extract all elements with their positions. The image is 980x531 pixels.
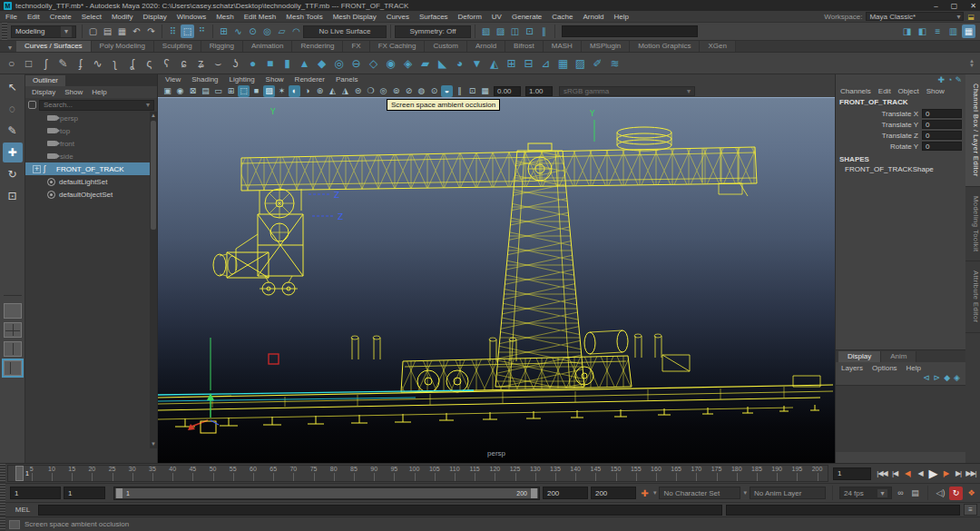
menu-mesh-display[interactable]: Mesh Display	[333, 13, 377, 21]
shelf-tab-mash[interactable]: MASH	[544, 41, 582, 52]
layers-menu-options[interactable]: Options	[872, 364, 897, 372]
shelf-tab-curves-surfaces[interactable]: Curves / Surfaces	[16, 41, 92, 52]
revolve-icon[interactable]: ⊖	[348, 55, 364, 72]
attribute-name[interactable]: Translate X	[881, 110, 918, 118]
exposure-icon[interactable]: ⊘	[403, 85, 415, 97]
project-curve-icon[interactable]: ▦	[555, 55, 571, 72]
playback-loop-icon[interactable]: ∞	[895, 488, 906, 497]
help-line-grip[interactable]	[0, 517, 5, 531]
motion-blur-icon[interactable]: ∥	[454, 85, 466, 97]
menu-generate[interactable]: Generate	[512, 13, 542, 21]
ipr-render-icon[interactable]: ◫	[508, 25, 522, 38]
xray-icon[interactable]: ◎	[377, 85, 389, 97]
layers-menu-help[interactable]: Help	[906, 364, 921, 372]
two-pane-layout[interactable]	[4, 341, 22, 357]
menu-cache[interactable]: Cache	[552, 13, 573, 21]
bezier-curve-icon[interactable]: ∿	[90, 55, 105, 72]
attach-surfaces-icon[interactable]: ◭	[486, 55, 502, 72]
sidebar-tab-modeling-toolkit[interactable]: Modeling Toolkit	[965, 187, 980, 262]
layer-from-selected-icon[interactable]: ◆	[944, 373, 950, 385]
layer-list[interactable]	[836, 385, 965, 452]
attribute-value-field[interactable]: 0	[922, 131, 962, 140]
go-to-start-button[interactable]: |◀◀	[876, 467, 888, 481]
select-camera-icon[interactable]: ◉	[174, 85, 186, 97]
attribute-value-field[interactable]: 0	[922, 142, 962, 151]
render-settings-icon[interactable]: ⊡	[523, 25, 536, 38]
screen-space-ambient-occlusion-icon[interactable]: ◒	[441, 85, 453, 97]
outliner-item-persp[interactable]: persp	[25, 112, 157, 124]
snap-to-projected-center-icon[interactable]: ◎	[260, 25, 274, 38]
lock-camera-icon[interactable]: ⊠	[187, 85, 199, 97]
exposure-field[interactable]: 0.00	[494, 86, 521, 96]
viewport-canvas[interactable]: Screen space ambient occlusion	[158, 97, 835, 463]
wireframe-icon[interactable]: ⬚	[238, 85, 250, 97]
anim-layer-selector[interactable]: No Anim Layer	[750, 487, 826, 499]
snap-to-view-planes-icon[interactable]: ▱	[275, 25, 289, 38]
outliner-scrollbar[interactable]: ▲ ▼	[150, 112, 157, 448]
menu-edit[interactable]: Edit	[27, 13, 40, 21]
hyperbuild-icon[interactable]: ✎	[955, 75, 962, 85]
select-hierarchy-icon[interactable]: ⠿	[166, 25, 180, 38]
range-bar[interactable]: 1 200	[113, 487, 540, 500]
menu-windows[interactable]: Windows	[177, 13, 206, 21]
fps-selector[interactable]: 24 fps ▾	[839, 487, 892, 499]
three-point-arc-icon[interactable]: ʅ	[107, 55, 122, 72]
select-object-icon[interactable]: ⬚	[181, 25, 194, 38]
channel-box-object-name[interactable]: FRONT_OF_TRACK	[836, 96, 965, 108]
snap-to-curves-icon[interactable]: ∿	[231, 25, 245, 38]
show-manipulators-icon[interactable]: ✚	[937, 75, 945, 85]
shelf-tab-rendering[interactable]: Rendering	[292, 41, 343, 52]
detach-curves-icon[interactable]: ʑ	[193, 55, 209, 72]
redo-icon[interactable]: ↷	[144, 25, 158, 38]
nurbs-sphere-icon[interactable]: ●	[245, 55, 260, 72]
menu-deform[interactable]: Deform	[458, 13, 482, 21]
insert-isoparm-icon[interactable]: ⊿	[538, 55, 554, 72]
chevron-down-icon[interactable]: ▾	[653, 489, 657, 497]
xray-joints-icon[interactable]: ⊚	[390, 85, 402, 97]
rebuild-surface-icon[interactable]: ≋	[607, 55, 622, 72]
move-layer-icon[interactable]: ⊲	[923, 373, 930, 385]
loft-icon[interactable]: ◇	[366, 55, 381, 72]
shelf-tab-bifrost[interactable]: Bifrost	[505, 41, 544, 52]
panel-menu-renderer[interactable]: Renderer	[295, 75, 325, 84]
clip-editor-icon[interactable]: ▤	[909, 488, 921, 497]
attribute-name[interactable]: Translate Y	[882, 121, 918, 129]
expand-icon[interactable]	[33, 165, 41, 173]
scale-tool-icon[interactable]: ⊡	[3, 186, 23, 206]
detach-surfaces-icon[interactable]: ⊞	[504, 55, 519, 72]
field-chart-icon[interactable]: ◑	[301, 85, 313, 97]
show-channel-box-lines-icon[interactable]: ≡	[931, 25, 945, 38]
cv-curve-icon[interactable]: ʃ	[38, 55, 54, 72]
shaded-icon[interactable]: ■	[250, 85, 262, 97]
view-transform-selector[interactable]: sRGB gamma ▾	[559, 86, 695, 96]
snap-to-grids-icon[interactable]: ⊞	[217, 25, 230, 38]
outliner-item-front-of-track[interactable]: ʃFRONT_OF_TRACK	[25, 162, 157, 175]
attribute-name[interactable]: Rotate Y	[890, 143, 918, 151]
set-key-icon[interactable]: ✚	[639, 488, 651, 498]
menu-uv[interactable]: UV	[492, 13, 502, 21]
menu-edit-mesh[interactable]: Edit Mesh	[244, 13, 277, 21]
planar-icon[interactable]: ◉	[383, 55, 398, 72]
depth-of-field-icon[interactable]: ⊡	[466, 85, 478, 97]
gate-mask-icon[interactable]: ◭	[327, 85, 338, 97]
fit-view-icon[interactable]: ▣	[162, 85, 173, 97]
channels-menu-channels[interactable]: Channels	[840, 87, 871, 95]
nurbs-cylinder-icon[interactable]: ▮	[279, 55, 295, 72]
play-backwards-button[interactable]: ◀	[914, 467, 926, 481]
command-line-grip[interactable]	[0, 503, 5, 516]
status-grip[interactable]	[2, 23, 7, 40]
pause-viewport-icon[interactable]: ∥	[537, 25, 551, 38]
nurbs-cube-icon[interactable]: ■	[262, 55, 278, 72]
layers-menu-layers[interactable]: Layers	[841, 364, 863, 372]
sidebar-tab-channel-box-layer-editor[interactable]: Channel Box / Layer Editor	[965, 74, 980, 187]
outliner-menu-display[interactable]: Display	[32, 88, 55, 96]
play-forwards-button[interactable]: ▶	[926, 467, 939, 481]
filter-icon[interactable]	[28, 101, 36, 109]
select-component-icon[interactable]: ⠛	[195, 25, 209, 38]
nurbs-square-icon[interactable]: □	[21, 55, 36, 72]
open-render-view-icon[interactable]: ▧	[479, 25, 493, 38]
make-live-icon[interactable]: ◠	[289, 25, 303, 38]
panel-menu-show[interactable]: Show	[266, 75, 284, 84]
shadows-icon[interactable]: ◐	[289, 85, 300, 97]
menu-display[interactable]: Display	[143, 13, 167, 21]
